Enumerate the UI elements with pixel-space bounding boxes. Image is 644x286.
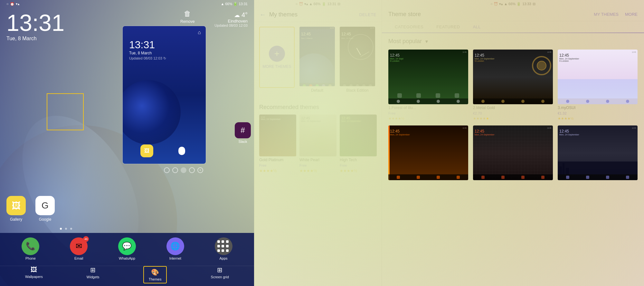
internet-icon: 🌐 xyxy=(166,237,184,255)
themes-action[interactable]: 🎨 Themes xyxy=(143,266,167,283)
phone-app[interactable]: 📞 Phone xyxy=(22,237,39,260)
multitask-card-inner: ⌂ 13:31 Tue, 8 March Updated 08/03 12:03… xyxy=(123,26,206,164)
multitask-card[interactable]: ⌂ 13:31 Tue, 8 March Updated 08/03 12:03… xyxy=(122,26,206,164)
wifi-icon: ▾▴ xyxy=(16,2,20,6)
widgets-action[interactable]: ⊞ Widgets xyxy=(87,266,99,283)
dot-lines-icon xyxy=(164,167,170,173)
forest-preview: 12:45 12:45 Mon, 24 Sept 9 London xyxy=(388,50,468,104)
md3 xyxy=(521,100,525,103)
fi4 xyxy=(455,93,459,98)
store-card-orange[interactable]: 12:45 12:45 Mon, 24 September xyxy=(388,125,468,184)
multitask-date: Tue, 8 March xyxy=(129,51,166,55)
city-silhouette xyxy=(558,161,638,174)
recommended-section: Recommended themes 12:45 Mon, 24 Septemb… xyxy=(254,99,382,178)
ld1 xyxy=(481,176,485,179)
whatsapp-app[interactable]: 💬 WhatsApp xyxy=(118,237,136,260)
slack-label: Slack xyxy=(239,140,247,143)
apps-icon xyxy=(215,237,232,255)
store-card-leather[interactable]: 12:45 12:45 Mon, 24 September xyxy=(473,125,553,184)
od3 xyxy=(606,100,609,103)
dot-home-icon xyxy=(172,167,178,173)
multitask-app-row: 🖼 G xyxy=(123,144,206,157)
cid1 xyxy=(566,176,569,179)
fd1 xyxy=(397,100,400,103)
trash-icon: 🗑 xyxy=(184,10,191,18)
multitask-dots: + xyxy=(122,167,245,173)
fd2 xyxy=(417,100,420,103)
city-dock xyxy=(558,174,638,180)
page-dot-3[interactable] xyxy=(70,228,72,230)
ld4 xyxy=(541,176,545,179)
battery-percent: 66% xyxy=(225,2,232,6)
hightech-preview: 12:45 Mon, 24 September xyxy=(340,115,377,156)
google-icon: G xyxy=(35,196,55,215)
dock-app-row: 📞 Phone ✉ 46 Email 💬 WhatsApp 🌐 Internet xyxy=(0,233,254,264)
orange-d2 xyxy=(417,176,420,179)
wallpapers-action[interactable]: 🖼 Wallpapers xyxy=(25,266,43,283)
building2 xyxy=(563,163,564,174)
ld2 xyxy=(501,176,505,179)
gear-center xyxy=(537,61,546,70)
multitask-weather-info: Updated 08/03 12:03 ↻ xyxy=(129,56,166,60)
widgets-label: Widgets xyxy=(87,275,99,279)
store-card-city[interactable]: 12:45 12:45 Mon, 24 September xyxy=(558,125,638,184)
gallery-app[interactable]: 🖼 Gallery xyxy=(6,196,26,222)
alarm-icon: ⏰ xyxy=(10,2,14,6)
dot-grid-icon xyxy=(189,167,195,173)
home-app-icons: 🖼 Gallery G Google xyxy=(0,196,61,222)
orange-d3 xyxy=(437,176,440,179)
building3 xyxy=(566,168,569,174)
multitask-overlay[interactable]: ⌂ 13:31 Tue, 8 March Updated 08/03 12:03… xyxy=(122,26,245,174)
internet-label: Internet xyxy=(169,256,181,260)
multitask-clock: 13:31 Tue, 8 March Updated 08/03 12:03 ↻ xyxy=(129,39,166,60)
gear-icon xyxy=(532,56,551,75)
page-dot-1[interactable] xyxy=(60,228,62,230)
selection-box xyxy=(47,93,84,130)
phone-icon: 📞 xyxy=(22,237,39,255)
cid2 xyxy=(586,176,589,179)
dot-plus-icon[interactable]: + xyxy=(197,167,203,173)
google-app[interactable]: G Google xyxy=(35,196,55,222)
fi1 xyxy=(397,93,402,98)
cid3 xyxy=(606,176,609,179)
forest-inner: 12:45 12:45 Mon, 24 Sept 9 London xyxy=(388,50,468,64)
weather-widget: ☁ 4° Eindhoven Updated 08/03 12:03 xyxy=(214,11,248,27)
email-label: Email xyxy=(74,256,83,260)
screen-grid-icon: ⊞ xyxy=(217,266,223,274)
apps-app[interactable]: Apps xyxy=(215,237,232,260)
myosui-inner: 12:45 12:45 Mon, 24 September 9 London xyxy=(558,50,638,64)
dock-action-row: 🖼 Wallpapers ⊞ Widgets 🎨 Themes ⊞ Screen… xyxy=(0,266,254,286)
forest-dock xyxy=(388,98,468,104)
weather-temp: 4° xyxy=(242,11,248,19)
home-clock: 13:31 Tue, 8 March xyxy=(6,11,64,42)
status-right: ▲ 66% 🔋 13:31 xyxy=(221,2,248,6)
slack-app[interactable]: # Slack xyxy=(235,122,251,143)
fi2 xyxy=(416,93,421,98)
internet-app[interactable]: 🌐 Internet xyxy=(166,237,184,260)
od2 xyxy=(586,100,589,103)
page-dot-2[interactable] xyxy=(65,228,67,230)
google-label: Google xyxy=(39,217,52,222)
myosui-dock xyxy=(558,98,638,104)
dot-circle xyxy=(181,167,186,173)
multitask-home-btn[interactable]: ⌂ xyxy=(195,29,203,36)
remove-label: Remove xyxy=(180,19,195,24)
od1 xyxy=(566,100,569,103)
whatsapp-label: WhatsApp xyxy=(119,256,135,260)
screen-grid-action[interactable]: ⊞ Screen grid xyxy=(211,266,229,283)
cid4 xyxy=(626,176,629,179)
od4 xyxy=(626,100,629,103)
multitask-google-icon: G xyxy=(175,144,188,157)
remove-button[interactable]: 🗑 Remove xyxy=(180,10,195,24)
signal-icon: ▲ xyxy=(221,2,224,6)
orange-d4 xyxy=(457,176,460,179)
gallery-label: Gallery xyxy=(10,217,22,222)
wallpapers-icon: 🖼 xyxy=(31,266,37,273)
email-app[interactable]: ✉ 46 Email xyxy=(70,237,88,260)
forest-icons xyxy=(388,93,468,98)
high-tech-card[interactable]: 12:45 Mon, 24 September High Tech Free ★… xyxy=(340,115,377,173)
mini-planet xyxy=(122,80,181,144)
screen-grid-label: Screen grid xyxy=(211,275,229,279)
whatsapp-icon: 💬 xyxy=(118,237,136,255)
md1 xyxy=(481,100,485,103)
